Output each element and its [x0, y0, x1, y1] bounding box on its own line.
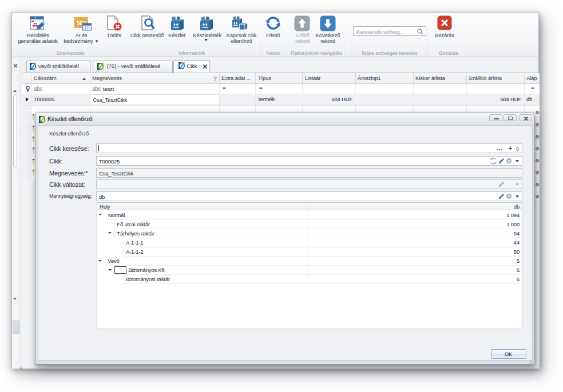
svg-text:50: 50 — [77, 20, 83, 26]
